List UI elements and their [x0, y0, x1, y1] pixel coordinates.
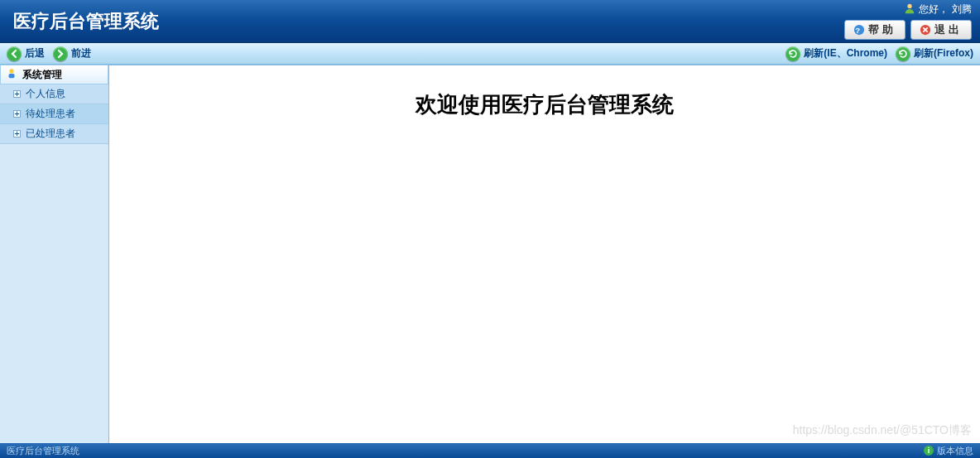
sidebar-header-label: 系统管理 [22, 68, 62, 82]
welcome-heading: 欢迎使用医疗后台管理系统 [109, 90, 980, 119]
nav-refresh-ie[interactable]: 刷新(IE、Chrome) [785, 46, 887, 61]
nav-refresh-ff-label: 刷新(Firefox) [914, 46, 973, 60]
exit-icon [920, 24, 931, 36]
nav-back-label: 后退 [25, 46, 45, 60]
nav-refresh-ff[interactable]: 刷新(Firefox) [896, 46, 973, 61]
plus-icon: + [13, 110, 21, 118]
help-icon: ? [853, 24, 865, 36]
svg-point-0 [907, 4, 911, 8]
refresh-icon [785, 46, 800, 61]
sidebar-item-label: 个人信息 [26, 87, 65, 101]
info-icon: i [924, 446, 934, 456]
user-greeting: 您好，刘腾 [904, 2, 972, 17]
nav-forward-label: 前进 [71, 46, 91, 60]
sidebar-item-pending-patients[interactable]: + 待处理患者 [0, 104, 108, 124]
exit-label: 退出 [934, 22, 963, 37]
sidebar-item-label: 待处理患者 [26, 107, 75, 121]
sidebar-header[interactable]: 系统管理 [0, 65, 108, 84]
footer-version[interactable]: i 版本信息 [924, 445, 973, 457]
app-header: 医疗后台管理系统 您好，刘腾 ? 帮助 退出 [0, 0, 980, 43]
watermark: https://blog.csdn.net/@51CTO博客 [793, 423, 972, 438]
greeting-prefix: 您好， [919, 2, 949, 17]
header-buttons: ? 帮助 退出 [844, 20, 972, 40]
header-right: 您好，刘腾 ? 帮助 退出 [844, 2, 972, 40]
nav-forward[interactable]: 前进 [53, 46, 91, 61]
nav-bar: 后退 前进 刷新(IE、Chrome) 刷新(Firefox) [0, 43, 980, 65]
footer: 医疗后台管理系统 i 版本信息 [0, 443, 980, 458]
svg-text:?: ? [855, 26, 862, 35]
sidebar-item-label: 已处理患者 [26, 127, 75, 141]
footer-version-label: 版本信息 [937, 445, 973, 457]
arrow-right-icon [53, 46, 68, 61]
sidebar: 系统管理 + 个人信息 + 待处理患者 + 已处理患者 [0, 65, 109, 443]
nav-back[interactable]: 后退 [7, 46, 45, 61]
arrow-left-icon [7, 46, 22, 61]
help-label: 帮助 [868, 22, 896, 37]
main-panel: 欢迎使用医疗后台管理系统 https://blog.csdn.net/@51CT… [109, 65, 980, 443]
username: 刘腾 [952, 2, 972, 17]
sidebar-item-personal-info[interactable]: + 个人信息 [0, 84, 108, 104]
nav-right: 刷新(IE、Chrome) 刷新(Firefox) [785, 46, 973, 61]
person-icon [6, 68, 17, 82]
svg-rect-5 [9, 74, 15, 78]
footer-left: 医疗后台管理系统 [7, 445, 79, 457]
svg-point-4 [9, 69, 13, 73]
plus-icon: + [13, 130, 21, 137]
sidebar-item-processed-patients[interactable]: + 已处理患者 [0, 124, 108, 144]
plus-icon: + [13, 90, 21, 98]
exit-button[interactable]: 退出 [910, 20, 972, 40]
body-area: 系统管理 + 个人信息 + 待处理患者 + 已处理患者 欢迎使用医疗后台管理系统… [0, 65, 980, 443]
app-title: 医疗后台管理系统 [13, 9, 159, 34]
refresh-icon [896, 46, 910, 61]
nav-left: 后退 前进 [7, 46, 91, 61]
help-button[interactable]: ? 帮助 [844, 20, 906, 40]
user-icon [904, 2, 915, 17]
nav-refresh-ie-label: 刷新(IE、Chrome) [804, 46, 887, 60]
